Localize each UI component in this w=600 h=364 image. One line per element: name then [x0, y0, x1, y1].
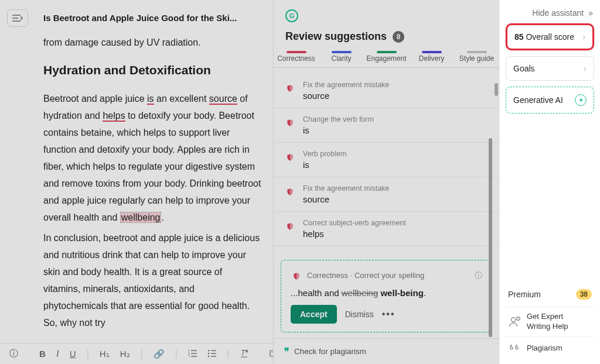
suggestion-item[interactable]: Correct subject-verb agreementhelps — [274, 212, 499, 246]
svg-text:3: 3 — [188, 355, 190, 357]
chevron-right-icon: › — [584, 64, 587, 73]
plagiarism-footer[interactable]: ❞ Check for plagiarism — [274, 338, 499, 364]
link-button[interactable]: 🔗 — [154, 349, 165, 359]
tab-delivery[interactable]: Delivery — [409, 51, 454, 67]
tab-correctness[interactable]: Correctness — [274, 51, 319, 67]
quote-icon — [508, 342, 521, 355]
tab-styleguide[interactable]: Style guide — [454, 51, 499, 67]
outline-toggle[interactable] — [7, 9, 28, 27]
suggestion-item[interactable]: Fix the agreement mistakesource — [274, 177, 499, 212]
help-icon[interactable]: ⓘ — [9, 348, 18, 359]
suggestion-item[interactable]: Fix the agreement mistakesource — [274, 74, 499, 108]
shield-icon — [291, 270, 302, 282]
scrollbar[interactable] — [493, 82, 499, 341]
tab-engagement[interactable]: Engagement — [364, 51, 409, 67]
suggestion-word: is — [303, 125, 374, 135]
suggestion-item[interactable]: Verb problemis — [274, 143, 499, 177]
bold-button[interactable]: B — [39, 349, 46, 359]
suggestion-word: source — [303, 91, 389, 101]
more-options-icon[interactable]: ••• — [382, 309, 396, 320]
shield-icon — [284, 83, 296, 94]
chevron-right-icon: › — [582, 32, 585, 42]
dismiss-button[interactable]: Dismiss — [345, 310, 374, 319]
quote-icon: ❞ — [284, 346, 289, 357]
ordered-list-button[interactable]: 123 — [188, 349, 197, 359]
info-icon[interactable]: ⓘ — [475, 270, 482, 281]
suggestion-diff: ...health and wellbeing well-being. — [291, 288, 482, 298]
italic-button[interactable]: I — [56, 349, 59, 359]
suggestion-meta: Change the verb form — [303, 115, 374, 123]
shield-icon — [284, 186, 296, 198]
person-icon — [508, 315, 521, 328]
error-highlight[interactable]: helps — [103, 111, 125, 122]
chevron-double-right-icon: » — [588, 8, 593, 18]
shield-icon — [284, 221, 296, 232]
assistant-sidebar: Hide assistant » 85 Overall score › Goal… — [499, 0, 600, 364]
suggestion-item[interactable]: Change the verb formis — [274, 108, 499, 143]
review-tabs: Correctness Clarity Engagement Delivery … — [274, 51, 499, 68]
clear-format-button[interactable]: T — [240, 349, 248, 359]
formatting-toolbar: ⓘ B I U | H₁ H₂ | 🔗 | 123 | T — [0, 343, 273, 364]
document-body[interactable]: from damage caused by UV radiation. Hydr… — [43, 34, 261, 343]
accept-button[interactable]: Accept — [291, 305, 337, 324]
svg-point-13 — [208, 356, 210, 357]
shield-icon — [284, 117, 296, 129]
lightbulb-icon: ✦ — [575, 94, 587, 106]
svg-point-11 — [208, 353, 210, 355]
underline-button[interactable]: U — [70, 349, 76, 359]
review-pane: G Review suggestions 8 Correctness Clari… — [273, 0, 499, 364]
suggestion-meta: Verb problem — [303, 150, 346, 158]
heading: Hydration and Detoxification — [43, 61, 261, 78]
svg-point-9 — [208, 350, 210, 352]
h1-button[interactable]: H₁ — [100, 349, 110, 359]
suggestion-word: source — [303, 194, 389, 204]
tab-clarity[interactable]: Clarity — [319, 51, 364, 67]
paragraph-text: Beetroot and apple juice is an excellent… — [43, 90, 261, 226]
suggestion-meta: Correct subject-verb agreement — [303, 219, 406, 227]
premium-plagiarism[interactable]: Plagiarism — [506, 336, 594, 359]
grammarly-logo: G — [285, 9, 298, 22]
svg-point-27 — [517, 317, 520, 321]
goals-card[interactable]: Goals › — [506, 56, 594, 81]
paragraph-text: from damage caused by UV radiation. — [43, 34, 261, 51]
suggestions-list: Fix the agreement mistakesourceChange th… — [274, 68, 499, 257]
review-title: Review suggestions 8 — [285, 30, 488, 43]
editor-pane: Is Beetroot and Apple Juice Good for the… — [0, 0, 273, 364]
unordered-list-button[interactable] — [207, 349, 216, 359]
premium-expert-help[interactable]: Get Expert Writing Help — [506, 307, 594, 336]
premium-section: Premium 38 Get Expert Writing Help Plagi… — [506, 289, 594, 359]
scrollbar-inner[interactable] — [489, 138, 492, 337]
error-highlight[interactable]: source — [209, 94, 237, 105]
suggestions-count-badge: 8 — [393, 31, 404, 43]
paragraph-text: In conclusion, beetroot and apple juice … — [43, 229, 261, 331]
hide-assistant-button[interactable]: Hide assistant » — [506, 6, 594, 23]
suggestion-meta: Fix the agreement mistake — [303, 81, 389, 89]
suggestion-word: is — [303, 160, 346, 170]
suggestion-card-expanded[interactable]: Correctness · Correct your spelling ⓘ ..… — [281, 260, 492, 332]
suggestion-meta: Fix the agreement mistake — [303, 184, 389, 193]
overall-score-card[interactable]: 85 Overall score › — [506, 23, 594, 50]
selected-error[interactable]: wellbeing — [120, 212, 162, 223]
premium-count-badge: 38 — [576, 289, 592, 300]
error-highlight[interactable]: is — [147, 94, 154, 105]
svg-text:T: T — [241, 349, 246, 357]
generative-ai-card[interactable]: Generative AI ✦ — [506, 87, 594, 114]
suggestion-word: helps — [303, 229, 406, 239]
document-title: Is Beetroot and Apple Juice Good for the… — [43, 13, 237, 23]
svg-point-26 — [512, 318, 516, 322]
h2-button[interactable]: H₂ — [120, 349, 130, 359]
shield-icon — [284, 152, 296, 163]
